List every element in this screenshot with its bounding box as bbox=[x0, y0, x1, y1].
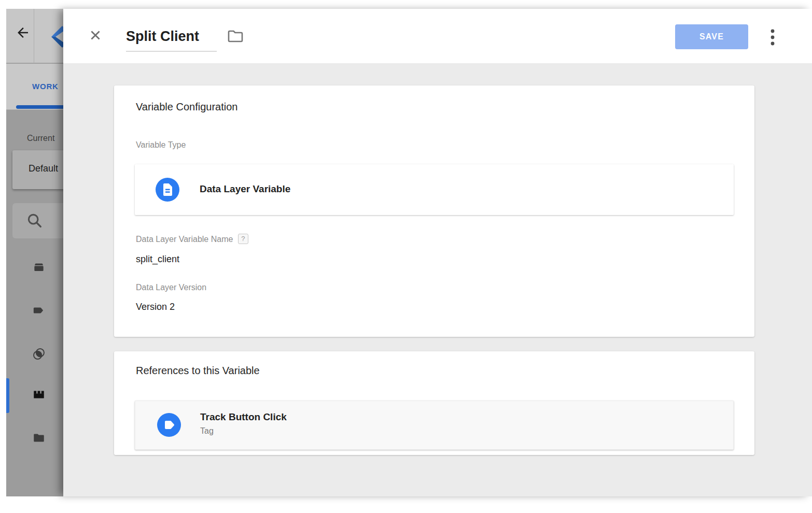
drawer-content: Variable Configuration Variable Type Dat… bbox=[63, 63, 812, 496]
current-workspace-label: Current bbox=[27, 134, 54, 143]
close-icon bbox=[88, 35, 103, 44]
top-app-bar bbox=[6, 9, 63, 63]
save-button[interactable]: SAVE bbox=[675, 24, 748, 49]
triggers-circles-icon bbox=[32, 353, 46, 362]
reference-name: Track Button Click bbox=[200, 411, 287, 423]
dl-variable-name-label: Data Layer Variable Name? bbox=[136, 234, 248, 244]
variables-brick-icon bbox=[32, 394, 46, 403]
search-input[interactable] bbox=[12, 203, 63, 238]
drawer-header: Split Client SAVE bbox=[63, 9, 812, 63]
data-layer-variable-icon bbox=[156, 178, 179, 204]
dl-version-value: Version 2 bbox=[136, 302, 175, 312]
reference-row[interactable]: Track Button Click Tag bbox=[135, 401, 734, 450]
dl-variable-name-value: split_client bbox=[136, 254, 179, 265]
arrow-left-icon bbox=[15, 33, 31, 42]
selected-nav-indicator bbox=[6, 378, 9, 413]
sidebar-item-overview[interactable] bbox=[32, 261, 46, 274]
references-card: References to this Variable Track Button… bbox=[114, 351, 754, 455]
back-button[interactable] bbox=[15, 25, 31, 40]
variable-editor-drawer: Split Client SAVE bbox=[63, 9, 812, 496]
workspace-background: WORK Current Default bbox=[6, 9, 63, 496]
card-heading: Variable Configuration bbox=[136, 101, 237, 113]
overview-box-icon bbox=[32, 267, 46, 276]
tag-manager-logo-icon bbox=[49, 22, 63, 51]
workspace-selector[interactable]: Default bbox=[12, 150, 63, 189]
tag-icon bbox=[32, 310, 46, 319]
kebab-menu-icon bbox=[766, 39, 779, 48]
dl-version-label: Data Layer Version bbox=[136, 283, 206, 292]
card-heading: References to this Variable bbox=[136, 365, 260, 377]
tab-workspace[interactable]: WORK bbox=[32, 82, 59, 91]
name-field-underline bbox=[126, 51, 217, 52]
folder-icon bbox=[32, 437, 46, 446]
variable-name-field[interactable]: Split Client bbox=[126, 28, 199, 45]
reference-type: Tag bbox=[200, 426, 214, 436]
app-window: WORK Current Default bbox=[6, 9, 812, 496]
sidebar-item-variables[interactable] bbox=[32, 388, 46, 402]
sidebar-item-triggers[interactable] bbox=[32, 347, 46, 361]
variable-type-name: Data Layer Variable bbox=[200, 183, 290, 195]
variable-type-row[interactable]: Data Layer Variable bbox=[135, 164, 734, 215]
sidebar-item-tags[interactable] bbox=[32, 304, 46, 317]
move-to-folder-button[interactable] bbox=[227, 28, 244, 44]
variable-configuration-card: Variable Configuration Variable Type Dat… bbox=[114, 86, 754, 337]
sidebar-item-folders[interactable] bbox=[32, 431, 46, 445]
more-options-button[interactable] bbox=[766, 28, 779, 47]
sidebar: Current Default bbox=[6, 110, 63, 496]
header-divider bbox=[34, 9, 34, 63]
variable-type-label: Variable Type bbox=[136, 140, 186, 150]
active-tab-indicator bbox=[16, 105, 63, 109]
help-icon[interactable]: ? bbox=[238, 234, 248, 244]
tab-bar: WORK bbox=[6, 64, 63, 110]
close-button[interactable] bbox=[88, 28, 103, 42]
workspace-name: Default bbox=[29, 163, 58, 174]
folder-outline-icon bbox=[227, 37, 244, 46]
tag-reference-icon bbox=[157, 413, 181, 439]
